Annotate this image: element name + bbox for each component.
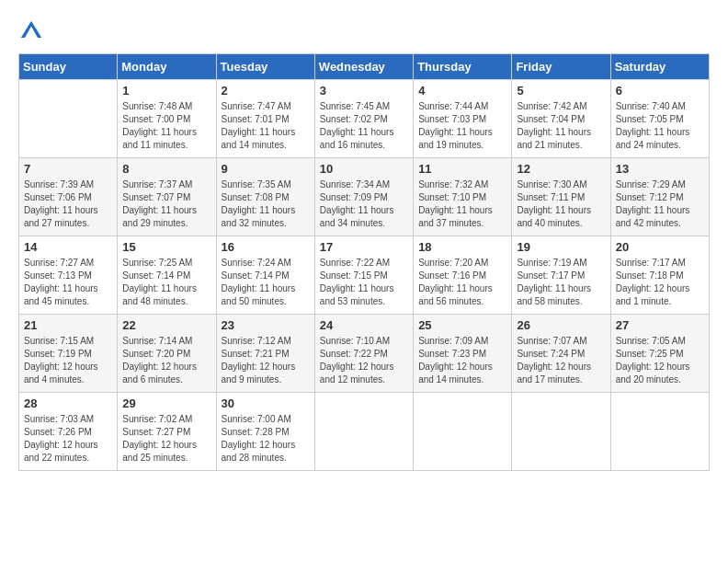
day-info: Sunrise: 7:12 AMSunset: 7:21 PMDaylight:… bbox=[222, 335, 310, 386]
day-info: Sunrise: 7:37 AMSunset: 7:07 PMDaylight:… bbox=[122, 178, 210, 230]
calendar-cell: 18Sunrise: 7:20 AMSunset: 7:16 PMDayligh… bbox=[414, 236, 512, 315]
calendar-cell: 27Sunrise: 7:05 AMSunset: 7:25 PMDayligh… bbox=[610, 315, 709, 393]
calendar-cell: 16Sunrise: 7:24 AMSunset: 7:14 PMDayligh… bbox=[216, 236, 314, 315]
day-info: Sunrise: 7:07 AMSunset: 7:24 PMDaylight:… bbox=[517, 335, 605, 386]
calendar-cell: 28Sunrise: 7:03 AMSunset: 7:26 PMDayligh… bbox=[19, 393, 118, 471]
day-info: Sunrise: 7:03 AMSunset: 7:26 PMDaylight:… bbox=[24, 413, 112, 465]
calendar-cell: 12Sunrise: 7:30 AMSunset: 7:11 PMDayligh… bbox=[512, 158, 610, 236]
page-header bbox=[18, 18, 710, 44]
calendar-cell: 14Sunrise: 7:27 AMSunset: 7:13 PMDayligh… bbox=[19, 236, 118, 315]
day-number: 18 bbox=[418, 240, 506, 254]
calendar-cell: 11Sunrise: 7:32 AMSunset: 7:10 PMDayligh… bbox=[414, 158, 512, 236]
column-header-thursday: Thursday bbox=[414, 54, 512, 80]
day-number: 25 bbox=[418, 318, 506, 332]
calendar-cell: 15Sunrise: 7:25 AMSunset: 7:14 PMDayligh… bbox=[118, 236, 216, 315]
calendar-week-row: 21Sunrise: 7:15 AMSunset: 7:19 PMDayligh… bbox=[19, 315, 710, 393]
calendar-cell: 22Sunrise: 7:14 AMSunset: 7:20 PMDayligh… bbox=[118, 315, 216, 393]
day-number: 3 bbox=[320, 84, 408, 98]
calendar-cell: 17Sunrise: 7:22 AMSunset: 7:15 PMDayligh… bbox=[314, 236, 413, 315]
day-info: Sunrise: 7:22 AMSunset: 7:15 PMDaylight:… bbox=[320, 257, 408, 308]
day-number: 29 bbox=[122, 396, 210, 410]
day-info: Sunrise: 7:19 AMSunset: 7:17 PMDaylight:… bbox=[517, 257, 605, 308]
column-header-monday: Monday bbox=[118, 54, 216, 80]
day-info: Sunrise: 7:20 AMSunset: 7:16 PMDaylight:… bbox=[418, 257, 506, 308]
calendar-cell: 25Sunrise: 7:09 AMSunset: 7:23 PMDayligh… bbox=[414, 315, 512, 393]
day-number: 2 bbox=[222, 84, 310, 98]
day-number: 22 bbox=[122, 318, 210, 332]
calendar-week-row: 28Sunrise: 7:03 AMSunset: 7:26 PMDayligh… bbox=[19, 393, 710, 471]
calendar-cell: 6Sunrise: 7:40 AMSunset: 7:05 PMDaylight… bbox=[610, 80, 709, 158]
calendar-cell bbox=[19, 80, 118, 158]
day-info: Sunrise: 7:17 AMSunset: 7:18 PMDaylight:… bbox=[616, 257, 704, 308]
day-number: 23 bbox=[222, 318, 310, 332]
calendar-cell: 20Sunrise: 7:17 AMSunset: 7:18 PMDayligh… bbox=[610, 236, 709, 315]
calendar-cell bbox=[314, 393, 413, 471]
day-number: 14 bbox=[24, 240, 112, 254]
day-info: Sunrise: 7:40 AMSunset: 7:05 PMDaylight:… bbox=[616, 100, 704, 152]
day-info: Sunrise: 7:42 AMSunset: 7:04 PMDaylight:… bbox=[517, 100, 605, 152]
calendar-table: SundayMondayTuesdayWednesdayThursdayFrid… bbox=[18, 53, 710, 471]
calendar-cell: 5Sunrise: 7:42 AMSunset: 7:04 PMDaylight… bbox=[512, 80, 610, 158]
day-info: Sunrise: 7:09 AMSunset: 7:23 PMDaylight:… bbox=[418, 335, 506, 386]
day-info: Sunrise: 7:47 AMSunset: 7:01 PMDaylight:… bbox=[222, 100, 310, 152]
day-number: 16 bbox=[222, 240, 310, 254]
day-number: 15 bbox=[122, 240, 210, 254]
column-header-wednesday: Wednesday bbox=[314, 54, 413, 80]
column-header-friday: Friday bbox=[512, 54, 610, 80]
day-number: 27 bbox=[616, 318, 704, 332]
day-number: 17 bbox=[320, 240, 408, 254]
calendar-cell: 10Sunrise: 7:34 AMSunset: 7:09 PMDayligh… bbox=[314, 158, 413, 236]
day-info: Sunrise: 7:05 AMSunset: 7:25 PMDaylight:… bbox=[616, 335, 704, 386]
day-info: Sunrise: 7:45 AMSunset: 7:02 PMDaylight:… bbox=[320, 100, 408, 152]
calendar-cell: 24Sunrise: 7:10 AMSunset: 7:22 PMDayligh… bbox=[314, 315, 413, 393]
calendar-cell: 3Sunrise: 7:45 AMSunset: 7:02 PMDaylight… bbox=[314, 80, 413, 158]
calendar-cell: 23Sunrise: 7:12 AMSunset: 7:21 PMDayligh… bbox=[216, 315, 314, 393]
day-info: Sunrise: 7:44 AMSunset: 7:03 PMDaylight:… bbox=[418, 100, 506, 152]
day-info: Sunrise: 7:29 AMSunset: 7:12 PMDaylight:… bbox=[616, 178, 704, 230]
day-number: 11 bbox=[418, 162, 506, 176]
day-number: 10 bbox=[320, 162, 408, 176]
calendar-cell: 29Sunrise: 7:02 AMSunset: 7:27 PMDayligh… bbox=[118, 393, 216, 471]
logo bbox=[18, 18, 48, 44]
day-number: 20 bbox=[616, 240, 704, 254]
day-info: Sunrise: 7:32 AMSunset: 7:10 PMDaylight:… bbox=[418, 178, 506, 230]
day-info: Sunrise: 7:14 AMSunset: 7:20 PMDaylight:… bbox=[122, 335, 210, 386]
day-info: Sunrise: 7:15 AMSunset: 7:19 PMDaylight:… bbox=[24, 335, 112, 386]
calendar-week-row: 7Sunrise: 7:39 AMSunset: 7:06 PMDaylight… bbox=[19, 158, 710, 236]
column-header-tuesday: Tuesday bbox=[216, 54, 314, 80]
day-number: 26 bbox=[517, 318, 605, 332]
day-number: 21 bbox=[24, 318, 112, 332]
day-info: Sunrise: 7:39 AMSunset: 7:06 PMDaylight:… bbox=[24, 178, 112, 230]
day-info: Sunrise: 7:35 AMSunset: 7:08 PMDaylight:… bbox=[222, 178, 310, 230]
calendar-cell: 2Sunrise: 7:47 AMSunset: 7:01 PMDaylight… bbox=[216, 80, 314, 158]
calendar-cell: 21Sunrise: 7:15 AMSunset: 7:19 PMDayligh… bbox=[19, 315, 118, 393]
day-info: Sunrise: 7:24 AMSunset: 7:14 PMDaylight:… bbox=[222, 257, 310, 308]
day-info: Sunrise: 7:10 AMSunset: 7:22 PMDaylight:… bbox=[320, 335, 408, 386]
calendar-cell: 30Sunrise: 7:00 AMSunset: 7:28 PMDayligh… bbox=[216, 393, 314, 471]
day-number: 28 bbox=[24, 396, 112, 410]
day-number: 19 bbox=[517, 240, 605, 254]
calendar-week-row: 1Sunrise: 7:48 AMSunset: 7:00 PMDaylight… bbox=[19, 80, 710, 158]
day-number: 13 bbox=[616, 162, 704, 176]
calendar-cell: 26Sunrise: 7:07 AMSunset: 7:24 PMDayligh… bbox=[512, 315, 610, 393]
day-number: 1 bbox=[122, 84, 210, 98]
calendar-cell bbox=[512, 393, 610, 471]
calendar-cell: 13Sunrise: 7:29 AMSunset: 7:12 PMDayligh… bbox=[610, 158, 709, 236]
day-number: 9 bbox=[222, 162, 310, 176]
calendar-week-row: 14Sunrise: 7:27 AMSunset: 7:13 PMDayligh… bbox=[19, 236, 710, 315]
calendar-cell bbox=[414, 393, 512, 471]
calendar-cell: 8Sunrise: 7:37 AMSunset: 7:07 PMDaylight… bbox=[118, 158, 216, 236]
day-number: 8 bbox=[122, 162, 210, 176]
calendar-cell bbox=[610, 393, 709, 471]
day-info: Sunrise: 7:27 AMSunset: 7:13 PMDaylight:… bbox=[24, 257, 112, 308]
day-info: Sunrise: 7:00 AMSunset: 7:28 PMDaylight:… bbox=[222, 413, 310, 465]
day-info: Sunrise: 7:48 AMSunset: 7:00 PMDaylight:… bbox=[122, 100, 210, 152]
logo-icon bbox=[18, 18, 44, 44]
day-info: Sunrise: 7:25 AMSunset: 7:14 PMDaylight:… bbox=[122, 257, 210, 308]
calendar-cell: 1Sunrise: 7:48 AMSunset: 7:00 PMDaylight… bbox=[118, 80, 216, 158]
day-number: 12 bbox=[517, 162, 605, 176]
day-number: 6 bbox=[616, 84, 704, 98]
calendar-cell: 4Sunrise: 7:44 AMSunset: 7:03 PMDaylight… bbox=[414, 80, 512, 158]
day-info: Sunrise: 7:34 AMSunset: 7:09 PMDaylight:… bbox=[320, 178, 408, 230]
day-info: Sunrise: 7:30 AMSunset: 7:11 PMDaylight:… bbox=[517, 178, 605, 230]
